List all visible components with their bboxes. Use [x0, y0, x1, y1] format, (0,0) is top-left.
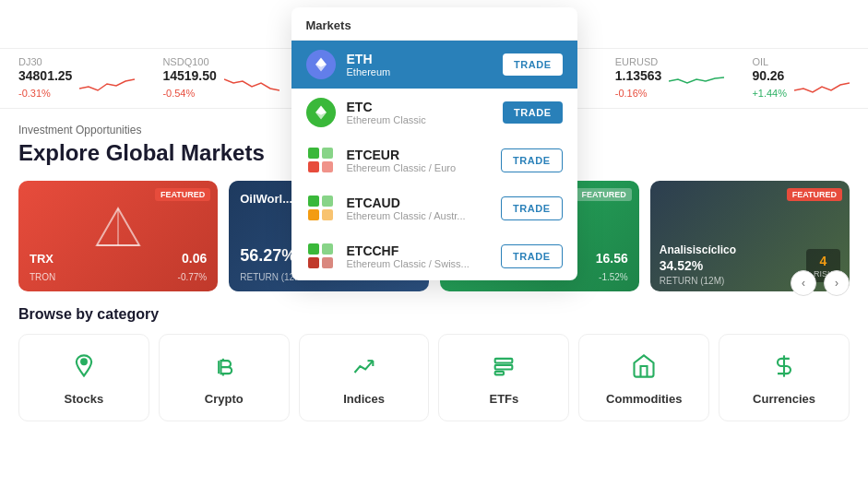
ticker-name: EURUSD — [615, 56, 725, 67]
bitcoin-icon — [208, 350, 241, 383]
svg-rect-11 — [495, 359, 513, 363]
category-label: Currencies — [753, 392, 815, 406]
item-info: ETCEUR Ethereum Classic / Euro — [347, 148, 491, 173]
featured-badge: FEATURED — [576, 188, 631, 201]
etc-icon — [306, 98, 336, 127]
category-label: Commodities — [606, 392, 682, 406]
dropdown-item-eth[interactable]: ETH Ethereum TRADE — [291, 41, 577, 89]
ticker-change: +1.44% — [752, 88, 787, 99]
category-indices[interactable]: Indices — [299, 334, 430, 421]
category-label: ETFs — [490, 392, 519, 406]
ticker-price: 14519.50 — [162, 68, 216, 83]
item-name: Ethereum Classic / Swiss... — [347, 258, 491, 269]
card-trx[interactable]: FEATURED TRX TRON 0.06 -0.77% — [18, 181, 218, 291]
svg-rect-13 — [495, 372, 504, 375]
item-info: ETCCHF Ethereum Classic / Swiss... — [347, 243, 491, 269]
ticker-oil[interactable]: OIL 90.26 +1.44% — [752, 56, 850, 101]
layers-icon — [487, 350, 520, 383]
item-name: Ethereum — [347, 66, 493, 77]
item-symbol: ETCAUD — [347, 196, 491, 210]
item-symbol: ETCEUR — [347, 148, 491, 162]
tag-icon — [627, 350, 660, 383]
item-symbol: ETH — [347, 52, 493, 66]
ticker-change: -0.54% — [162, 88, 195, 99]
item-name: Ethereum Classic — [347, 114, 493, 125]
prev-arrow[interactable]: ‹ — [791, 270, 816, 296]
dropdown-item-etc[interactable]: ETC Ethereum Classic TRADE — [291, 89, 577, 136]
card-title: OilWorl... — [240, 192, 292, 206]
item-symbol: ETCCHF — [347, 243, 491, 258]
card-price: 16.56 — [596, 251, 628, 266]
card-price: 0.06 — [182, 251, 207, 266]
analyst-label: RETURN (12M) — [660, 276, 725, 286]
ticker-name: NSDQ100 — [162, 56, 279, 67]
dropdown-item-etceur[interactable]: ETCEUR Ethereum Classic / Euro TRADE — [291, 136, 577, 184]
ticker-name: DJ30 — [18, 56, 135, 67]
trade-button-etcchf[interactable]: TRADE — [501, 244, 562, 268]
card-return: 56.27% — [240, 246, 296, 266]
ticker-price: 90.26 — [752, 68, 784, 83]
item-info: ETC Ethereum Classic — [347, 100, 493, 125]
item-info: ETCAUD Ethereum Classic / Austr... — [347, 196, 491, 221]
ticker-nsdq100[interactable]: NSDQ100 14519.50 -0.54% — [162, 56, 279, 101]
ticker-price: 34801.25 — [18, 68, 72, 83]
dropdown-item-etcaud[interactable]: ETCAUD Ethereum Classic / Austr... TRADE — [291, 184, 577, 232]
browse-title: Browse by category — [18, 306, 850, 323]
category-etfs[interactable]: ETFs — [438, 334, 569, 421]
chart-icon — [348, 350, 381, 383]
card-change: -1.52% — [599, 272, 628, 282]
item-info: ETH Ethereum — [347, 52, 493, 77]
card-change: -0.77% — [178, 272, 208, 282]
trade-button-eth[interactable]: TRADE — [503, 53, 562, 76]
card-name: TRON — [30, 272, 55, 282]
search-dropdown: Markets ETH Ethereum TRADE ETC Ethereum … — [291, 7, 577, 280]
category-label: Stocks — [65, 392, 104, 406]
ticker-change: -0.31% — [18, 88, 51, 99]
next-arrow[interactable]: › — [824, 270, 850, 296]
svg-point-5 — [81, 359, 87, 364]
ticker-dj30[interactable]: DJ30 34801.25 -0.31% — [18, 56, 135, 101]
analyst-name: Analisiscíclico — [660, 243, 736, 256]
svg-rect-12 — [495, 365, 513, 370]
nav-arrows: ‹ › — [791, 270, 850, 296]
ticker-eurusd[interactable]: EURUSD 1.13563 -0.16% — [615, 56, 725, 101]
item-name: Ethereum Classic / Euro — [347, 162, 491, 173]
category-currencies[interactable]: Currencies — [719, 334, 850, 421]
trade-button-etcaud[interactable]: TRADE — [501, 196, 562, 220]
category-crypto[interactable]: Crypto — [159, 334, 290, 421]
ticker-price: 1.13563 — [615, 68, 662, 83]
category-label: Indices — [343, 392, 385, 406]
category-commodities[interactable]: Commodities — [578, 334, 709, 421]
analyst-return: 34.52% — [660, 258, 703, 273]
ticker-change: -0.16% — [615, 88, 648, 99]
pair-icon-etcchf — [306, 242, 336, 271]
category-stocks[interactable]: Stocks — [18, 334, 149, 421]
stocks-icon — [67, 350, 101, 383]
dropdown-item-etcchf[interactable]: ETCCHF Ethereum Classic / Swiss... TRADE — [291, 232, 577, 280]
item-symbol: ETC — [347, 100, 493, 114]
trade-button-etceur[interactable]: TRADE — [501, 148, 562, 172]
pair-icon-etceur — [306, 146, 336, 175]
featured-badge: FEATURED — [155, 188, 210, 201]
pair-icon-etcaud — [306, 194, 336, 223]
card-symbol: TRX — [30, 252, 54, 266]
dropdown-header: Markets — [291, 7, 577, 41]
dollar-icon — [767, 350, 801, 383]
ticker-name: OIL — [752, 56, 850, 67]
category-label: Crypto — [205, 392, 244, 406]
eth-icon — [306, 50, 336, 79]
risk-number: 4 — [820, 254, 827, 268]
item-name: Ethereum Classic / Austr... — [347, 210, 491, 221]
trade-button-etc[interactable]: TRADE — [503, 101, 562, 124]
featured-badge: FEATURED — [787, 188, 842, 201]
categories-row: Stocks Crypto Indices — [18, 334, 850, 421]
